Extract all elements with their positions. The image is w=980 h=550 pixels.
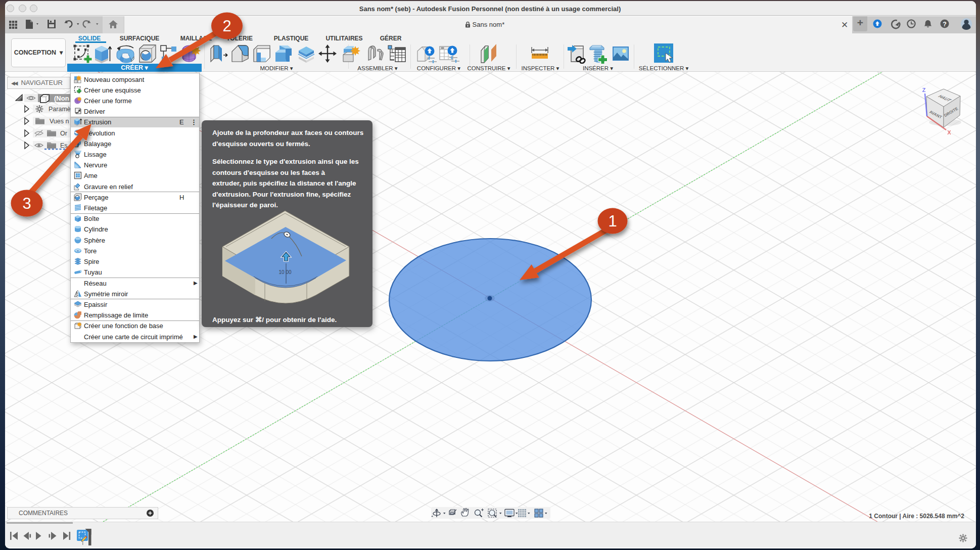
svg-text:(Non: (Non: [54, 95, 69, 102]
svg-text:?: ?: [943, 21, 947, 28]
svg-text:Vues n: Vues n: [50, 118, 69, 125]
svg-text:X: X: [947, 129, 951, 135]
svg-text:Es: Es: [60, 142, 68, 149]
svg-text:10 00: 10 00: [278, 269, 291, 275]
svg-text:Paramèt: Paramèt: [49, 106, 73, 113]
svg-text:Or: Or: [60, 130, 67, 137]
svg-text:Z: Z: [922, 87, 926, 93]
